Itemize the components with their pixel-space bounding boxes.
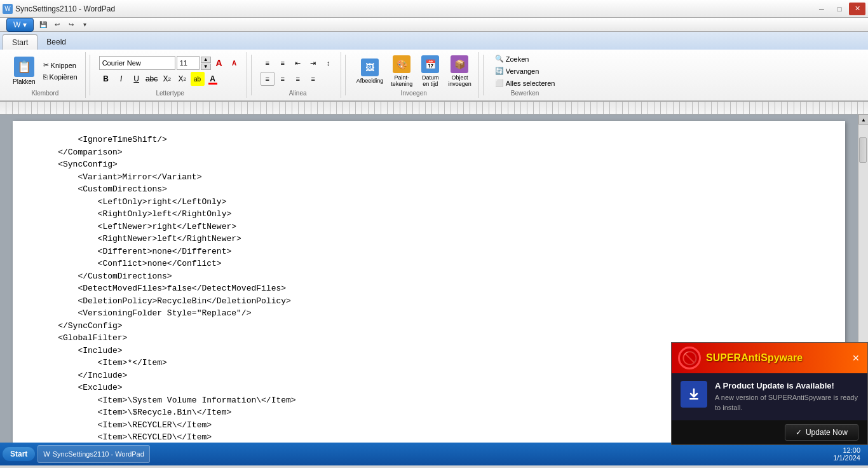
taskbar: Start W SyncSettings2110 - WordPad 12:00…: [0, 443, 868, 465]
update-now-button[interactable]: ✓ Update Now: [785, 424, 858, 441]
notification-logo-text: SUPERAntiSpyware: [706, 352, 803, 364]
clock-time: 12:00: [833, 446, 860, 454]
insert-group-content: 🖼 Afbeelding 🎨 Paint-tekening 📅 Datumen …: [355, 53, 473, 88]
ribbon-content: 📋 Plakken ✂ Knippen ⎘ Kopiëren Klembord …: [0, 50, 868, 100]
sep1: [90, 55, 90, 95]
insert-group-label: Invoegen: [401, 90, 427, 97]
save-button[interactable]: 💾: [37, 19, 49, 31]
paste-button[interactable]: 📋 Plakken: [10, 55, 38, 86]
titlebar-controls: ─ □ ✕: [813, 3, 865, 15]
notification-update-icon: [681, 381, 707, 408]
formatting-row: B I U abc X2 X2 ab A: [99, 72, 220, 86]
insert-group: 🖼 Afbeelding 🎨 Paint-tekening 📅 Datumen …: [349, 52, 479, 98]
font-group-content: ▲ ▼ A A B I U abc X2 X2 ab A: [99, 53, 241, 88]
tab-start[interactable]: Start: [3, 34, 37, 50]
window-title: SyncSettings2110 - WordPad: [15, 4, 115, 13]
paste-label: Plakken: [13, 78, 36, 85]
align-left-button[interactable]: ≡: [261, 72, 275, 86]
font-grow-button[interactable]: A: [212, 56, 226, 70]
sep2: [251, 55, 252, 95]
italic-button[interactable]: I: [114, 72, 128, 86]
superantispyware-icon: 🚫: [678, 347, 701, 369]
edit-group-label: Bewerken: [511, 90, 539, 97]
object-icon: 📦: [451, 55, 468, 73]
font-size-input[interactable]: [177, 56, 200, 70]
numbers-button[interactable]: ≡: [276, 56, 290, 70]
picture-label: Afbeelding: [356, 78, 384, 84]
notification-description: A new version of SUPERAntiSpyware is rea…: [715, 393, 858, 413]
indent-decrease-button[interactable]: ⇤: [291, 56, 305, 70]
font-shrink-button[interactable]: A: [227, 56, 241, 70]
quick-access-toolbar: W ▾ 💾 ↩ ↪ ▾: [0, 18, 868, 32]
update-now-label: Update Now: [806, 428, 848, 437]
font-size-decrease[interactable]: ▼: [201, 64, 211, 70]
align-right-button[interactable]: ≡: [291, 72, 305, 86]
font-group-label: Lettertype: [156, 90, 184, 97]
customize-qat-button[interactable]: ▾: [79, 19, 91, 31]
app-icon: W: [3, 4, 13, 14]
align-row: ≡ ≡ ≡ ≡: [261, 72, 320, 86]
taskbar-wordpad-label: SyncSettings2110 - WordPad: [53, 450, 144, 458]
picture-button[interactable]: 🖼 Afbeelding: [355, 57, 386, 85]
align-center-button[interactable]: ≡: [276, 72, 290, 86]
font-size-increase[interactable]: ▲: [201, 57, 211, 63]
clipboard-group: 📋 Plakken ✂ Knippen ⎘ Kopiëren Klembord: [5, 52, 86, 98]
clipboard-group-content: 📋 Plakken ✂ Knippen ⎘ Kopiëren: [10, 53, 80, 88]
wordpad-menu-button[interactable]: W ▾: [6, 18, 34, 32]
knippen-button[interactable]: ✂ Knippen: [41, 60, 80, 71]
notification-header-left: 🚫 SUPERAntiSpyware: [678, 347, 803, 369]
align-justify-button[interactable]: ≡: [306, 72, 320, 86]
notification-popup: 🚫 SUPERAntiSpyware ✕ A Product Update is…: [671, 342, 868, 445]
object-button[interactable]: 📦 Objectinvoegen: [446, 54, 473, 88]
line-spacing-button[interactable]: ↕: [322, 56, 336, 70]
datetime-label: Datumen tijd: [422, 74, 439, 87]
ruler-content: [0, 102, 868, 114]
taskbar-wordpad-icon: W: [43, 450, 50, 458]
paint-icon: 🎨: [393, 55, 410, 73]
subscript-button[interactable]: X2: [160, 72, 174, 86]
bullets-button[interactable]: ≡: [261, 56, 275, 70]
ribbon: Start Beeld 📋 Plakken ✂ Knippen ⎘ Kopiër…: [0, 32, 868, 102]
font-name-input[interactable]: [99, 56, 175, 70]
taskbar-clock: 12:00 1/1/2024: [833, 446, 865, 462]
indent-increase-button[interactable]: ⇥: [306, 56, 320, 70]
undo-button[interactable]: ↩: [51, 19, 63, 31]
clock-date: 1/1/2024: [833, 454, 860, 462]
tab-beeld[interactable]: Beeld: [37, 34, 75, 50]
object-label: Objectinvoegen: [448, 74, 471, 87]
font-color-button[interactable]: A: [206, 72, 220, 86]
paste-icon: 📋: [14, 57, 34, 77]
svg-rect-1: [689, 398, 698, 400]
paragraph-group-label: Alinea: [289, 90, 307, 97]
kopieren-button[interactable]: ⎘ Kopiëren: [41, 72, 80, 82]
strikethrough-button[interactable]: abc: [145, 72, 159, 86]
superscript-button[interactable]: X2: [175, 72, 189, 86]
font-name-row: ▲ ▼ A A: [99, 56, 241, 70]
vervangen-button[interactable]: 🔄 Vervangen: [492, 65, 558, 76]
paragraph-group-content: ≡ ≡ ⇤ ⇥ ↕ ≡ ≡ ≡ ≡: [261, 53, 336, 88]
close-button[interactable]: ✕: [849, 3, 865, 15]
highlight-button[interactable]: ab: [191, 72, 205, 86]
update-checkmark-icon: ✓: [796, 428, 802, 437]
edit-group-content: 🔍 Zoeken 🔄 Vervangen ⬜ Alles selecteren: [492, 53, 558, 88]
underline-button[interactable]: U: [130, 72, 144, 86]
scroll-thumb[interactable]: [859, 137, 867, 163]
redo-button[interactable]: ↪: [65, 19, 77, 31]
datetime-button[interactable]: 📅 Datumen tijd: [418, 54, 442, 88]
datetime-icon: 📅: [421, 55, 439, 73]
scroll-up-button[interactable]: ▲: [858, 114, 868, 125]
notification-title: A Product Update is Available!: [715, 381, 858, 390]
start-button[interactable]: Start: [3, 447, 35, 461]
cut-copy-group: ✂ Knippen ⎘ Kopiëren: [41, 60, 80, 82]
zoeken-button[interactable]: 🔍 Zoeken: [492, 53, 558, 64]
minimize-button[interactable]: ─: [813, 3, 830, 15]
bold-button[interactable]: B: [99, 72, 113, 86]
paint-button[interactable]: 🎨 Paint-tekening: [389, 54, 414, 88]
clipboard-group-label: Klembord: [31, 90, 58, 97]
taskbar-wordpad-item[interactable]: W SyncSettings2110 - WordPad: [37, 445, 150, 463]
maximize-button[interactable]: □: [831, 3, 848, 15]
alles-selecteren-button[interactable]: ⬜ Alles selecteren: [492, 78, 558, 88]
ruler: [0, 102, 868, 114]
notification-close-button[interactable]: ✕: [851, 353, 861, 363]
search-group: 🔍 Zoeken 🔄 Vervangen ⬜ Alles selecteren: [492, 53, 558, 88]
